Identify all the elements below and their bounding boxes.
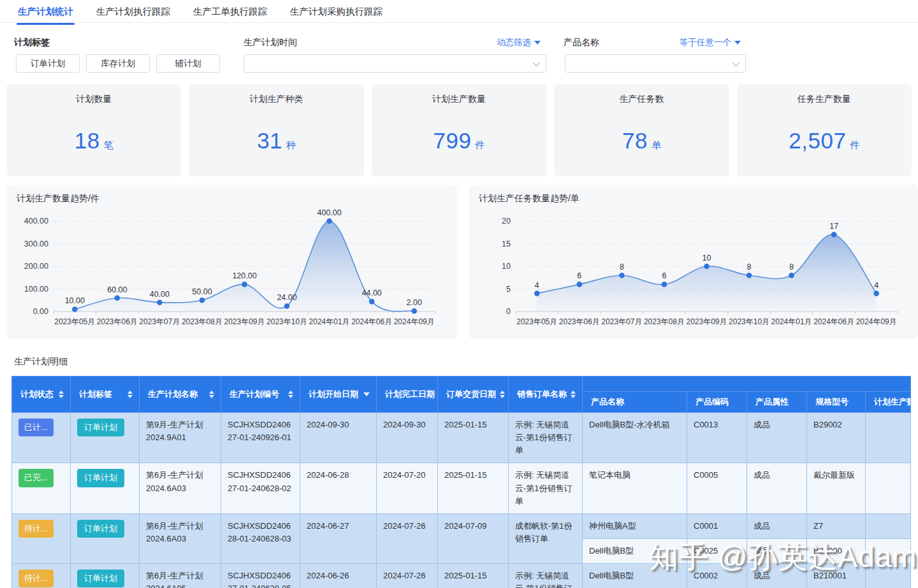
stat-card-value: 2,507 bbox=[789, 128, 846, 153]
product-column-header[interactable]: 规格型号 bbox=[807, 392, 866, 413]
table-row[interactable]: 已计...订单计划第9月-生产计划 2024.9A01SCJHXSDD24062… bbox=[12, 413, 911, 463]
column-header[interactable]: 计划标签 bbox=[71, 376, 140, 413]
plan-tag-cell: 订单计划 bbox=[71, 463, 140, 513]
svg-text:2023年08月: 2023年08月 bbox=[182, 317, 222, 326]
tab-plan-statistics[interactable]: 生产计划统计 bbox=[17, 0, 75, 24]
production-plan-dashboard: 生产计划统计 生产计划执行跟踪 生产工单执行跟踪 生产计划采购执行跟踪 计划标签… bbox=[0, 0, 918, 588]
dynamic-filter-link[interactable]: 动态筛选 bbox=[497, 37, 541, 48]
table-row[interactable]: 已完...订单计划第6月-生产计划 2024.6A03SCJHXSDD24062… bbox=[12, 463, 911, 513]
plan-no-cell: SCJHXSDD240627-01-240628-05 bbox=[221, 564, 300, 588]
plan-tag-button-stock[interactable]: 库存计划 bbox=[86, 54, 150, 73]
product-spec-cell: B210001 bbox=[807, 564, 866, 588]
start-date-cell: 2024-09-30 bbox=[300, 413, 377, 463]
status-badge: 待计... bbox=[18, 570, 54, 587]
sort-desc-icon[interactable] bbox=[363, 392, 370, 396]
caret-down-icon bbox=[534, 41, 541, 45]
plan-no-cell: SCJHXSDD240628-01-240628-03 bbox=[221, 513, 300, 563]
plan-detail-table: 计划状态计划标签生产计划名称生产计划编号计划开始日期计划完工日期订单交货日期销售… bbox=[11, 376, 911, 588]
stat-card-title: 计划数量 bbox=[6, 94, 181, 105]
table-row[interactable]: 待计...订单计划第6月-生产计划 2024.6A03SCJHXSDD24062… bbox=[12, 513, 911, 538]
product-name-select[interactable] bbox=[565, 54, 746, 73]
stat-card-value: 18 bbox=[75, 128, 100, 153]
tab-plan-purchase-tracking[interactable]: 生产计划采购执行跟踪 bbox=[289, 0, 384, 24]
plan-tag-badge: 订单计划 bbox=[77, 469, 124, 487]
table-title: 生产计划明细 bbox=[14, 356, 68, 368]
svg-text:120.00: 120.00 bbox=[232, 271, 256, 280]
sort-both-icon[interactable] bbox=[500, 391, 505, 398]
sort-both-icon[interactable] bbox=[59, 391, 64, 398]
plan-time-select[interactable] bbox=[244, 54, 546, 73]
plan-tag-label: 计划标签 bbox=[14, 37, 50, 48]
plan-name-cell: 第6月-生产计划 2024.6A05 bbox=[140, 564, 221, 588]
stat-card-unit: 单 bbox=[652, 140, 661, 150]
product-code-cell: C0001 bbox=[687, 513, 747, 538]
start-date-cell: 2024-06-26 bbox=[300, 564, 377, 588]
delivery-date-cell: 2025-01-15 bbox=[438, 463, 509, 513]
finish-date-cell: 2024-07-26 bbox=[377, 513, 438, 563]
column-header[interactable]: 计划开始日期 bbox=[300, 376, 377, 413]
plan-status-cell: 待计... bbox=[12, 564, 71, 588]
column-header[interactable]: 生产计划名称 bbox=[140, 376, 221, 413]
svg-text:2024年01月: 2024年01月 bbox=[309, 317, 350, 326]
plan-status-cell: 待计... bbox=[12, 513, 71, 563]
svg-text:2023年09月: 2023年09月 bbox=[686, 317, 727, 326]
equals-any-link-text: 等于任意一个 bbox=[680, 37, 731, 48]
plan-name-cell: 第9月-生产计划 2024.9A01 bbox=[140, 413, 221, 463]
svg-text:15: 15 bbox=[502, 240, 511, 248]
svg-text:2024年09月: 2024年09月 bbox=[394, 317, 435, 326]
column-header[interactable]: 销售订单名称 bbox=[509, 376, 583, 413]
sort-both-icon[interactable] bbox=[127, 391, 133, 398]
column-header[interactable]: 计划完工日期 bbox=[377, 376, 438, 413]
svg-text:2023年10月: 2023年10月 bbox=[729, 317, 769, 326]
product-code-cell: C0013 bbox=[687, 413, 747, 463]
svg-text:6: 6 bbox=[577, 271, 581, 280]
svg-text:2023年07月: 2023年07月 bbox=[139, 317, 180, 326]
column-header[interactable]: 生产计划编号 bbox=[221, 376, 300, 413]
product-name-cell: Dell电脑B型-水冷机箱 bbox=[583, 413, 687, 463]
plan-no-cell: SCJHXSDD240627-01-240926-01 bbox=[221, 413, 300, 463]
plan-tag-button-aux[interactable]: 辅计划 bbox=[156, 54, 220, 73]
column-header[interactable]: 订单交货日期 bbox=[438, 376, 509, 413]
svg-text:17: 17 bbox=[829, 222, 838, 231]
dynamic-filter-link-text: 动态筛选 bbox=[497, 37, 531, 48]
product-spec-cell: B29002 bbox=[807, 413, 866, 463]
plan-time-label: 生产计划时间 bbox=[244, 37, 297, 48]
product-name-cell: 笔记本电脑 bbox=[583, 463, 687, 513]
column-header[interactable]: 计划状态 bbox=[12, 376, 71, 413]
table-row[interactable]: 待计...订单计划第6月-生产计划 2024.6A05SCJHXSDD24062… bbox=[12, 564, 911, 588]
plan-tag-cell: 订单计划 bbox=[71, 513, 140, 563]
product-column-header[interactable]: 产品编码 bbox=[687, 392, 747, 413]
svg-text:8: 8 bbox=[747, 262, 752, 271]
svg-text:400.00: 400.00 bbox=[317, 208, 341, 217]
svg-text:44.00: 44.00 bbox=[362, 289, 382, 298]
tab-workorder-execution-tracking[interactable]: 生产工单执行跟踪 bbox=[192, 0, 268, 24]
equals-any-link[interactable]: 等于任意一个 bbox=[680, 37, 741, 48]
status-badge: 已完... bbox=[18, 469, 54, 487]
product-column-header[interactable]: 产品名称 bbox=[583, 392, 687, 413]
stat-card-task-count: 生产任务数 78单 bbox=[554, 84, 729, 176]
sales-order-cell: 示例: 无锡简道云-第1份销售订单 bbox=[509, 564, 583, 588]
svg-text:2023年06月: 2023年06月 bbox=[97, 317, 138, 326]
tab-plan-execution-tracking[interactable]: 生产计划执行跟踪 bbox=[95, 0, 171, 24]
sort-both-icon[interactable] bbox=[288, 391, 293, 398]
stat-card-product-kinds: 计划生产种类 31种 bbox=[189, 84, 363, 176]
svg-text:6: 6 bbox=[662, 271, 666, 280]
svg-text:2024年09月: 2024年09月 bbox=[856, 317, 897, 326]
task-qty-trend-panel: 计划生产任务数量趋势/单 05101520468610881742023年05月… bbox=[469, 185, 918, 339]
status-badge: 已计... bbox=[18, 419, 54, 436]
chart-title: 计划生产数量趋势/件 bbox=[15, 193, 452, 204]
sort-both-icon[interactable] bbox=[209, 391, 214, 398]
product-spec-cell: 戴尔最新版 bbox=[807, 463, 866, 513]
stat-card-plan-qty: 计划生产数量 799件 bbox=[372, 84, 546, 176]
tab-bar: 生产计划统计 生产计划执行跟踪 生产工单执行跟踪 生产计划采购执行跟踪 bbox=[0, 0, 918, 23]
svg-text:2023年05月: 2023年05月 bbox=[54, 317, 95, 326]
product-name-cell: 神州电脑A型 bbox=[583, 513, 687, 538]
product-name-cell: Dell电脑B型 bbox=[583, 538, 687, 563]
product-attr-cell: 成品 bbox=[747, 413, 807, 463]
plan-tag-button-order[interactable]: 订单计划 bbox=[16, 54, 80, 73]
column-header-label: 计划标签 bbox=[79, 389, 112, 400]
sort-both-icon[interactable] bbox=[571, 391, 576, 398]
plan-qty-cell bbox=[866, 413, 911, 463]
product-column-header[interactable]: 产品属性 bbox=[747, 392, 807, 413]
product-column-header[interactable]: 计划生产数量 bbox=[866, 392, 911, 413]
